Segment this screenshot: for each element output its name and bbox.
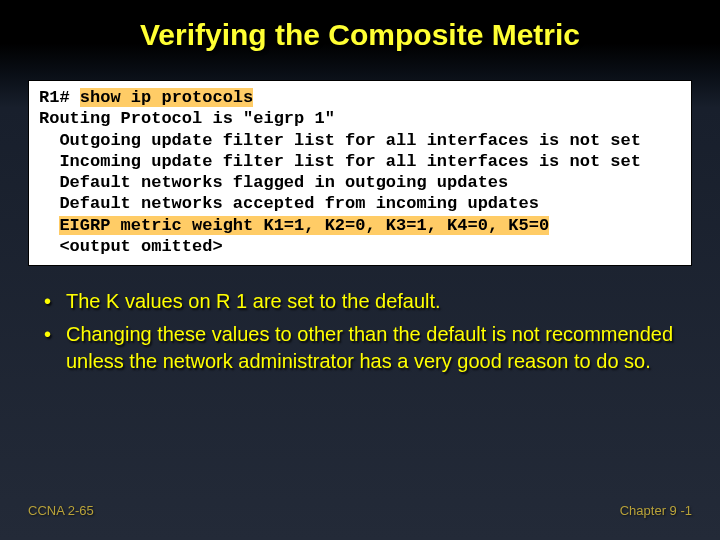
bullet-item: Changing these values to other than the … (44, 321, 682, 375)
footer-left: CCNA 2-65 (28, 503, 94, 518)
bullet-item: The K values on R 1 are set to the defau… (44, 288, 682, 315)
term-line: <output omitted> (39, 237, 223, 256)
metric-line: EIGRP metric weight K1=1, K2=0, K3=1, K4… (59, 216, 549, 235)
command: show ip protocols (80, 88, 253, 107)
term-line-prefix (39, 216, 59, 235)
term-line: Routing Protocol is "eigrp 1" (39, 109, 335, 128)
footer-right: Chapter 9 -1 (620, 503, 692, 518)
term-line: Default networks flagged in outgoing upd… (39, 173, 508, 192)
slide: Verifying the Composite Metric R1# show … (0, 0, 720, 540)
term-line: Default networks accepted from incoming … (39, 194, 539, 213)
bullet-list: The K values on R 1 are set to the defau… (44, 288, 682, 375)
term-line: Incoming update filter list for all inte… (39, 152, 641, 171)
prompt: R1# (39, 88, 80, 107)
terminal-output: R1# show ip protocols Routing Protocol i… (28, 80, 692, 266)
slide-title: Verifying the Composite Metric (0, 0, 720, 52)
term-line: Outgoing update filter list for all inte… (39, 131, 641, 150)
